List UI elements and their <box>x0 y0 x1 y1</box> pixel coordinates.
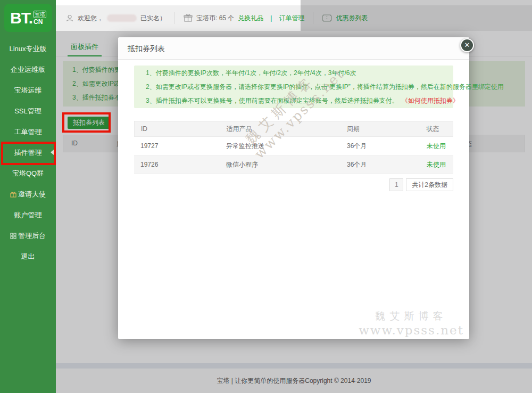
table-row: 19726 微信小程序 36个月 未使用 <box>134 155 453 174</box>
sidebar-item-admin-console[interactable]: 管理后台 <box>0 225 56 246</box>
pipe-separator: | <box>270 14 272 22</box>
cell-product: 微信小程序 <box>220 155 340 174</box>
grid-icon <box>10 226 16 247</box>
logo-bt-text: BT. <box>10 10 32 26</box>
sidebar-item-enterprise-ops[interactable]: 企业运维版 <box>0 59 56 80</box>
sidebar-item-linux-pro[interactable]: Linux专业版 <box>0 38 56 59</box>
column-status: 状态 <box>420 121 453 136</box>
annotation-box-coupon-button <box>62 112 111 133</box>
exchange-gift-link[interactable]: 兑换礼品 <box>238 14 263 23</box>
table-row: 19727 异常监控推送 36个月 未使用 <box>134 137 453 155</box>
sidebar-item-ssl[interactable]: SSL管理 <box>0 101 56 121</box>
pagination: 1 共计2条数据 <box>134 178 453 191</box>
cell-period: 36个月 <box>340 155 420 174</box>
table-header-row: ID 适用产品 周期 状态 <box>134 121 453 137</box>
sidebar-item-baota-ops[interactable]: 宝塔运维 <box>0 80 56 101</box>
realname-status: 已实名） <box>140 14 166 23</box>
sidebar-item-label: 邀请大使 <box>18 190 46 198</box>
coin-balance: 宝塔币: 65 个 <box>196 14 234 23</box>
sidebar-item-label: 管理后台 <box>18 232 46 240</box>
bt-logo[interactable]: BT. 宝塔 CN <box>4 4 52 32</box>
annotation-box-plugin-management <box>1 142 56 165</box>
how-to-use-coupon-link[interactable]: 《如何使用抵扣券》 <box>402 97 459 104</box>
sidebar-item-invite-ambassador[interactable]: 邀请大使 <box>0 184 56 204</box>
close-icon[interactable]: ✕ <box>460 38 474 52</box>
watermark-text-cn: 魏艾斯博客 <box>355 309 467 323</box>
modal-notice-box: 1、付费插件的更换IP次数，半年付/1次，年付/2次，2年付/4次，3年付/6次… <box>134 66 453 108</box>
masked-username <box>107 14 137 22</box>
cell-id: 19726 <box>134 155 220 174</box>
status-badge: 未使用 <box>420 155 453 174</box>
sidebar: BT. 宝塔 CN Linux专业版 企业运维版 宝塔运维 SSL管理 工单管理… <box>0 0 56 393</box>
notice-line: 3、插件抵扣券不可以更换账号，使用前需要在面板绑定宝塔账号，然后选择抵扣券支付。… <box>146 94 446 108</box>
notice-line: 2、如需更改IP或者更换服务器，请选择你要更换IP的插件，点击“更换IP”，将插… <box>146 80 446 94</box>
user-icon <box>65 14 74 22</box>
modal-title: 抵扣券列表 <box>118 37 469 60</box>
logo-cn-text: CN <box>34 19 43 25</box>
watermark-bottom: 魏艾斯博客 www.vpsss.net <box>355 309 467 337</box>
logo-baota-badge: 宝塔 <box>34 11 46 18</box>
column-product: 适用产品 <box>220 121 340 136</box>
sidebar-item-logout[interactable]: 退出 <box>0 246 56 267</box>
cell-id: 19727 <box>134 137 220 155</box>
sidebar-item-qq-group[interactable]: 宝塔QQ群 <box>0 163 56 184</box>
cell-product: 异常监控推送 <box>220 137 340 155</box>
gift-icon <box>10 185 16 206</box>
coupon-list-modal: ✕ 抵扣券列表 1、付费插件的更换IP次数，半年付/1次，年付/2次，2年付/4… <box>118 37 469 339</box>
modal-overlay-top <box>301 0 532 31</box>
coupon-table: ID 适用产品 周期 状态 19727 异常监控推送 36个月 未使用 1972… <box>134 121 453 174</box>
page-number-button[interactable]: 1 <box>389 178 403 191</box>
gift-icon <box>184 14 193 22</box>
notice-line: 1、付费插件的更换IP次数，半年付/1次，年付/2次，2年付/4次，3年付/6次 <box>146 66 446 80</box>
notice-line-3-text: 3、插件抵扣券不可以更换账号，使用前需要在面板绑定宝塔账号，然后选择抵扣券支付。 <box>146 97 398 104</box>
sidebar-item-account[interactable]: 账户管理 <box>0 204 56 225</box>
total-count-label: 共计2条数据 <box>406 178 453 191</box>
status-badge: 未使用 <box>420 137 453 155</box>
watermark-text-url: www.vpsss.net <box>355 323 467 337</box>
cell-period: 36个月 <box>340 137 420 155</box>
welcome-text: 欢迎您， <box>78 14 103 23</box>
column-id: ID <box>135 121 220 136</box>
sidebar-item-work-order[interactable]: 工单管理 <box>0 121 56 142</box>
divider <box>174 12 175 24</box>
column-period: 周期 <box>340 121 420 136</box>
